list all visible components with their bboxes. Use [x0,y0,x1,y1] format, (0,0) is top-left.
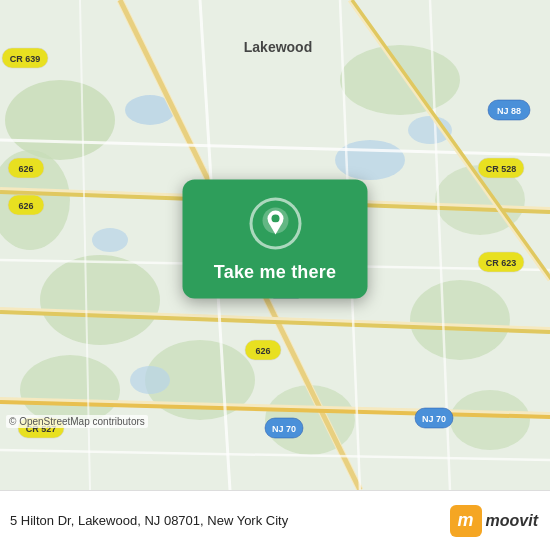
svg-text:NJ 70: NJ 70 [422,414,446,424]
svg-text:626: 626 [18,164,33,174]
bottom-bar: 5 Hilton Dr, Lakewood, NJ 08701, New Yor… [0,490,550,550]
svg-point-3 [40,255,160,345]
svg-text:CR 623: CR 623 [486,258,517,268]
popup-card: Take me there [183,180,368,299]
svg-text:626: 626 [255,346,270,356]
take-me-there-button[interactable]: Take me there [214,262,336,283]
svg-point-5 [340,45,460,115]
svg-text:CR 528: CR 528 [486,164,517,174]
svg-point-13 [92,228,128,252]
address-label: 5 Hilton Dr, Lakewood, NJ 08701, New Yor… [10,513,450,528]
moovit-logo-word: moovit [486,512,538,530]
map-attribution: © OpenStreetMap contributors [6,415,148,428]
svg-text:626: 626 [18,201,33,211]
svg-text:CR 639: CR 639 [10,54,41,64]
svg-point-58 [271,215,279,223]
svg-point-14 [130,366,170,394]
location-pin-icon [260,207,290,241]
map-container: CR 639 NJ 88 626 626 626 CR 528 CR 623 U… [0,0,550,490]
svg-text:NJ 88: NJ 88 [497,106,521,116]
svg-point-1 [5,80,115,160]
svg-text:Lakewood: Lakewood [244,39,312,55]
moovit-logo-letter: m [450,505,482,537]
location-icon-wrapper [249,198,301,250]
svg-text:NJ 70: NJ 70 [272,424,296,434]
svg-point-8 [450,390,530,450]
svg-point-7 [410,280,510,360]
moovit-logo: m moovit [450,505,538,537]
